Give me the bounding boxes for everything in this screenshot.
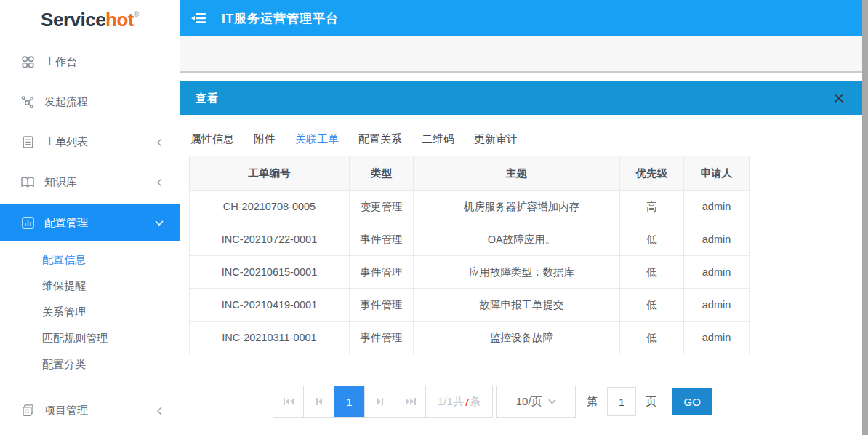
stacked-docs-icon: [20, 404, 35, 418]
tab-update-audit[interactable]: 更新审计: [474, 132, 518, 146]
table-row: INC-20210615-0001 事件管理 应用故障类型：数据库 低 admi…: [190, 256, 750, 289]
sidebar: Servicehot® 工作台 发起流程 工单列表: [0, 0, 180, 435]
brand-text-orange: hot: [105, 9, 134, 31]
sidebar-item-start-process[interactable]: 发起流程: [0, 82, 180, 122]
page-summary-suffix: 条: [470, 395, 481, 409]
grid-icon: [20, 55, 35, 70]
ticket-priority: 低: [620, 322, 684, 354]
tab-config-relations[interactable]: 配置关系: [358, 132, 402, 146]
ticket-applicant: admin: [684, 191, 750, 223]
page-number-button[interactable]: 1: [334, 386, 365, 417]
modal-body: 属性信息 附件 关联工单 配置关系 二维码 更新审计 工单编号 类型 主题 优先…: [180, 132, 862, 418]
document-list-icon: [20, 135, 35, 150]
table-header-row: 工单编号 类型 主题 优先级 申请人: [190, 156, 750, 191]
close-icon[interactable]: [832, 91, 846, 105]
table-row: INC-20210311-0001 事件管理 监控设备故障 低 admin: [190, 322, 750, 354]
chevron-down-icon: [155, 219, 164, 226]
chevron-down-icon: [548, 399, 556, 404]
page-size-select[interactable]: 10/页: [496, 386, 576, 418]
table-row: CH-20210708-0005 变更管理 机房服务器扩容增加内存 高 admi…: [190, 191, 750, 223]
sidebar-item-config-management[interactable]: 配置管理: [0, 204, 180, 241]
column-header-code: 工单编号: [190, 156, 350, 191]
tab-attachments[interactable]: 附件: [254, 132, 276, 146]
config-submenu: 配置信息 维保提醒 关系管理 匹配规则管理 配置分类: [0, 241, 180, 380]
next-page-button[interactable]: [365, 386, 395, 417]
ticket-type: 事件管理: [350, 289, 414, 322]
submenu-item-config-info[interactable]: 配置信息: [0, 247, 180, 273]
ticket-type: 事件管理: [350, 322, 414, 354]
ticket-type: 事件管理: [350, 256, 414, 289]
chevron-left-icon: [156, 178, 164, 187]
pagination: 1 1/1共7条 10/页 第 页: [273, 386, 862, 418]
ticket-code-link[interactable]: CH-20210708-0005: [190, 191, 350, 223]
sidebar-item-knowledge-base[interactable]: 知识库: [0, 162, 180, 202]
page-summary-prefix: 1/1共: [438, 395, 464, 409]
ticket-code-link[interactable]: INC-20210722-0001: [190, 223, 350, 256]
ticket-subject: 故障申报工单提交: [414, 289, 620, 322]
ticket-applicant: admin: [684, 289, 750, 322]
ticket-subject: 应用故障类型：数据库: [414, 256, 620, 289]
jump-suffix-label: 页: [646, 395, 656, 409]
tab-bar: 属性信息 附件 关联工单 配置关系 二维码 更新审计: [190, 132, 862, 146]
table-row: INC-20210722-0001 事件管理 OA故障应用。 低 admin: [190, 223, 750, 256]
ticket-priority: 低: [620, 256, 684, 289]
ticket-subject: 监控设备故障: [414, 322, 620, 354]
ticket-applicant: admin: [684, 223, 750, 256]
page-summary: 1/1共7条: [426, 386, 492, 417]
page-size-value: 10/页: [516, 395, 542, 409]
ticket-priority: 低: [620, 223, 684, 256]
tab-related-tickets[interactable]: 关联工单: [295, 132, 339, 146]
topbar: IT服务运营管理平台: [180, 0, 862, 36]
sidebar-item-ticket-list[interactable]: 工单列表: [0, 122, 180, 162]
brand-logo: Servicehot®: [0, 0, 180, 42]
flow-icon: [20, 95, 35, 110]
chevron-left-icon: [156, 138, 164, 147]
modal-title: 查看: [196, 92, 219, 105]
related-tickets-table: 工单编号 类型 主题 优先级 申请人 CH-20210708-0005 变更管理…: [189, 156, 750, 354]
ticket-subject: 机房服务器扩容增加内存: [414, 191, 620, 223]
app-title: IT服务运营管理平台: [222, 10, 339, 27]
sidebar-item-label: 项目管理: [44, 404, 156, 418]
ticket-priority: 低: [620, 289, 684, 322]
page-jump-input[interactable]: [607, 387, 636, 416]
vertical-scrollbar[interactable]: [862, 0, 868, 435]
table-row: INC-20210419-0001 事件管理 故障申报工单提交 低 admin: [190, 289, 750, 322]
column-header-priority: 优先级: [620, 156, 684, 191]
chevron-left-icon: [156, 407, 164, 415]
jump-prefix-label: 第: [587, 395, 598, 409]
sidebar-item-workbench[interactable]: 工作台: [0, 42, 180, 82]
book-icon: [20, 175, 35, 190]
toolbar-strip: [180, 36, 862, 73]
prev-page-button[interactable]: [304, 386, 334, 417]
tab-attribute-info[interactable]: 属性信息: [190, 132, 234, 146]
submenu-item-maintenance-reminder[interactable]: 维保提醒: [0, 273, 180, 299]
column-header-type: 类型: [350, 156, 414, 191]
last-page-button[interactable]: [395, 386, 426, 417]
ticket-applicant: admin: [684, 256, 750, 289]
brand-text-dark: Service: [41, 9, 105, 31]
ticket-type: 变更管理: [350, 191, 414, 223]
submenu-item-relation-management[interactable]: 关系管理: [0, 299, 180, 325]
ticket-type: 事件管理: [350, 223, 414, 256]
tab-qr-code[interactable]: 二维码: [422, 132, 454, 146]
modal-header: 查看: [180, 81, 862, 115]
ticket-code-link[interactable]: INC-20210615-0001: [190, 256, 350, 289]
sidebar-item-label: 知识库: [44, 175, 156, 189]
submenu-item-match-rule-management[interactable]: 匹配规则管理: [0, 325, 180, 351]
column-header-subject: 主题: [414, 156, 620, 191]
sidebar-item-project-management[interactable]: 项目管理: [0, 391, 180, 431]
sidebar-item-label: 工作台: [44, 55, 164, 69]
menu-fold-icon[interactable]: [191, 10, 210, 26]
ticket-priority: 高: [620, 191, 684, 223]
first-page-button[interactable]: [273, 386, 304, 417]
ticket-code-link[interactable]: INC-20210311-0001: [190, 322, 350, 354]
ticket-code-link[interactable]: INC-20210419-0001: [190, 289, 350, 322]
sidebar-item-label: 工单列表: [44, 135, 156, 149]
sidebar-item-label: 配置管理: [44, 216, 155, 230]
view-modal: 查看 属性信息 附件 关联工单 配置关系 二维码 更新审计: [180, 81, 862, 435]
column-header-applicant: 申请人: [684, 156, 750, 191]
go-button[interactable]: GO: [672, 388, 712, 415]
sidebar-item-label: 发起流程: [44, 95, 164, 109]
sidebar-nav: 工作台 发起流程 工单列表 知: [0, 42, 180, 431]
submenu-item-config-category[interactable]: 配置分类: [0, 351, 180, 378]
